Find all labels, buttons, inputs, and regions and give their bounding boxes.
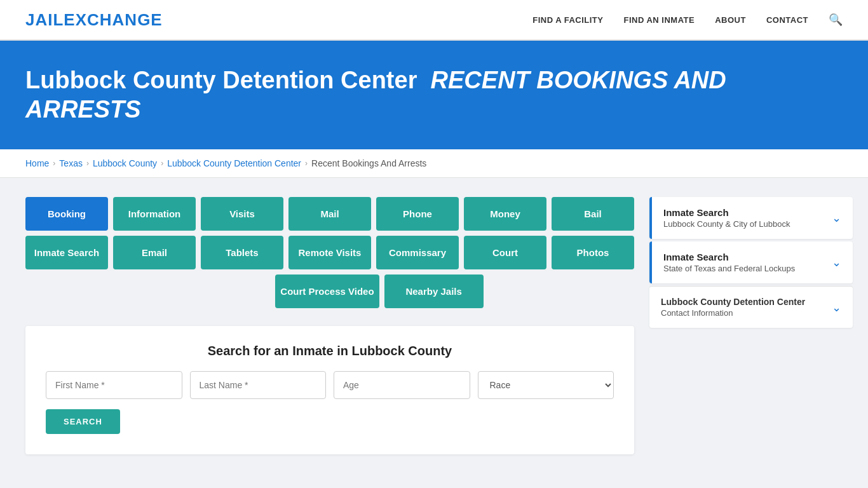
search-input-row: Race White Black Hispanic Asian Other (46, 371, 614, 399)
sidebar-card-3-header[interactable]: Lubbock County Detention Center Contact … (649, 287, 853, 328)
nav-contact[interactable]: CONTACT (766, 15, 808, 25)
age-input[interactable] (334, 371, 470, 399)
nav-find-inmate[interactable]: FIND AN INMATE (623, 15, 695, 25)
btn-court[interactable]: Court (464, 236, 546, 269)
logo[interactable]: JAILEXCHANGE (25, 10, 163, 30)
hero-title-main: Lubbock County Detention Center (25, 67, 417, 93)
nav-row-2: Inmate Search Email Tablets Remote Visit… (25, 236, 634, 269)
nav-about[interactable]: ABOUT (715, 15, 746, 25)
btn-inmate-search[interactable]: Inmate Search (25, 236, 108, 269)
btn-money[interactable]: Money (464, 197, 546, 231)
sidebar-card-3-text: Lubbock County Detention Center Contact … (661, 297, 805, 318)
race-select[interactable]: Race White Black Hispanic Asian Other (478, 371, 614, 399)
btn-phone[interactable]: Phone (376, 197, 459, 231)
breadcrumb-texas[interactable]: Texas (59, 158, 83, 168)
btn-visits[interactable]: Visits (201, 197, 283, 231)
btn-court-process-video[interactable]: Court Process Video (275, 274, 379, 308)
btn-remote-visits[interactable]: Remote Visits (288, 236, 371, 269)
breadcrumb-home[interactable]: Home (25, 158, 49, 168)
search-title: Search for an Inmate in Lubbock County (46, 344, 614, 358)
breadcrumb-sep-1: › (53, 159, 55, 168)
nav-buttons-grid: Booking Information Visits Mail Phone Mo… (25, 197, 634, 308)
right-sidebar: Inmate Search Lubbock County & City of L… (649, 197, 853, 454)
btn-photos[interactable]: Photos (552, 236, 634, 269)
breadcrumb: Home › Texas › Lubbock County › Lubbock … (25, 158, 843, 168)
btn-commissary[interactable]: Commissary (376, 236, 459, 269)
nav-row-3: Court Process Video Nearby Jails (125, 274, 634, 308)
navbar: JAILEXCHANGE FIND A FACILITY FIND AN INM… (0, 0, 868, 41)
inmate-search-form: Search for an Inmate in Lubbock County R… (25, 326, 634, 454)
logo-jail: JAIL (25, 10, 64, 29)
breadcrumb-lubbock-county[interactable]: Lubbock County (93, 158, 157, 168)
chevron-down-icon-2: ⌄ (832, 255, 841, 269)
nav-row-1: Booking Information Visits Mail Phone Mo… (25, 197, 634, 231)
main-content: Booking Information Visits Mail Phone Mo… (0, 178, 868, 473)
sidebar-card-1-header[interactable]: Inmate Search Lubbock County & City of L… (652, 197, 853, 239)
sidebar-card-1-subtitle: Lubbock County & City of Lubbock (663, 219, 790, 229)
breadcrumb-sep-4: › (305, 159, 308, 168)
sidebar-card-3: Lubbock County Detention Center Contact … (649, 286, 853, 328)
sidebar-card-3-subtitle: Contact Information (661, 308, 805, 318)
nav-find-facility[interactable]: FIND A FACILITY (532, 15, 603, 25)
sidebar-card-2-title: Inmate Search (663, 252, 795, 262)
sidebar-card-1-title: Inmate Search (663, 207, 790, 218)
btn-tablets[interactable]: Tablets (201, 236, 283, 269)
first-name-input[interactable] (46, 371, 182, 399)
sidebar-card-3-title: Lubbock County Detention Center (661, 297, 805, 307)
btn-information[interactable]: Information (113, 197, 196, 231)
btn-bail[interactable]: Bail (552, 197, 634, 231)
sidebar-card-2: Inmate Search State of Texas and Federal… (649, 241, 853, 283)
sidebar-card-1: Inmate Search Lubbock County & City of L… (649, 197, 853, 239)
nav-links: FIND A FACILITY FIND AN INMATE ABOUT CON… (532, 13, 843, 27)
sidebar-card-1-text: Inmate Search Lubbock County & City of L… (663, 207, 790, 229)
btn-email[interactable]: Email (113, 236, 196, 269)
last-name-input[interactable] (190, 371, 327, 399)
breadcrumb-sep-2: › (86, 159, 89, 168)
page-title: Lubbock County Detention Center RECENT B… (25, 66, 843, 124)
btn-mail[interactable]: Mail (288, 197, 371, 231)
hero-banner: Lubbock County Detention Center RECENT B… (0, 41, 868, 149)
btn-nearby-jails[interactable]: Nearby Jails (384, 274, 484, 308)
search-icon[interactable]: 🔍 (829, 13, 843, 27)
breadcrumb-bar: Home › Texas › Lubbock County › Lubbock … (0, 149, 868, 178)
search-button[interactable]: SEARCH (46, 409, 120, 434)
breadcrumb-detention-center[interactable]: Lubbock County Detention Center (167, 158, 301, 168)
sidebar-card-2-header[interactable]: Inmate Search State of Texas and Federal… (652, 241, 853, 283)
breadcrumb-current: Recent Bookings And Arrests (311, 158, 426, 168)
left-column: Booking Information Visits Mail Phone Mo… (25, 197, 634, 454)
breadcrumb-sep-3: › (161, 159, 163, 168)
btn-booking[interactable]: Booking (25, 197, 108, 231)
sidebar-card-2-subtitle: State of Texas and Federal Lockups (663, 264, 795, 273)
logo-exchange: EXCHANGE (64, 10, 162, 29)
chevron-down-icon-1: ⌄ (832, 211, 841, 225)
sidebar-card-2-text: Inmate Search State of Texas and Federal… (663, 252, 795, 273)
chevron-down-icon-3: ⌄ (832, 301, 841, 315)
